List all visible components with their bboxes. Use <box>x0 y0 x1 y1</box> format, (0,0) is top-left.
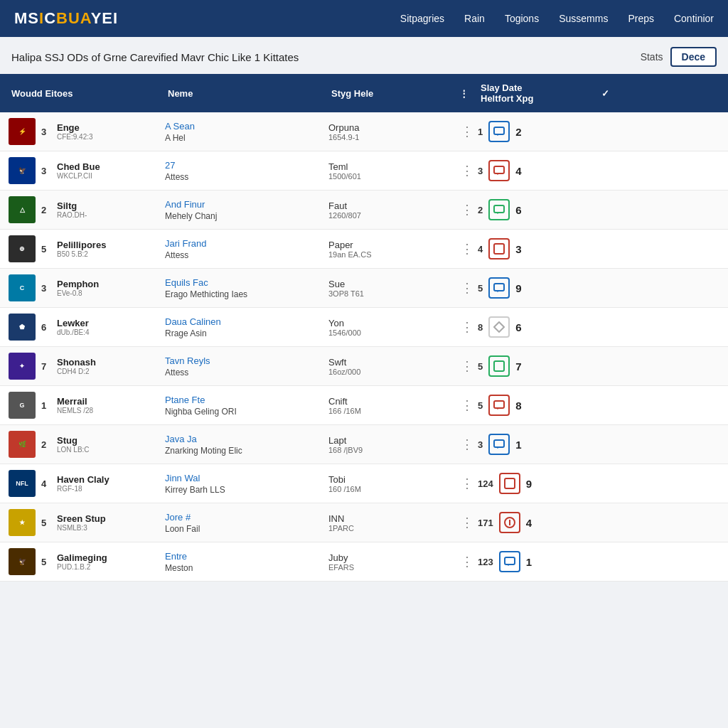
nav-preps[interactable]: Preps <box>628 13 654 24</box>
name-secondary: Znarking Moting Elic <box>165 446 328 456</box>
score-num: 4 <box>526 517 532 529</box>
name-primary[interactable]: And Finur <box>165 199 328 210</box>
score-num: 9 <box>515 282 521 294</box>
icon-box[interactable] <box>499 551 520 572</box>
team-name: Enge <box>57 122 93 133</box>
icon-box[interactable] <box>488 238 510 259</box>
style-sub: EFARS <box>328 563 456 572</box>
subtitle-actions: Stats Dece <box>641 47 717 67</box>
icon-box[interactable] <box>488 160 510 181</box>
team-name: Stug <box>57 435 90 446</box>
icon-box[interactable] <box>488 434 510 455</box>
style-num: 4 <box>478 244 483 255</box>
icon-box[interactable] <box>499 512 520 533</box>
table-row: △ 2 Siltg RAO.DH- And Finur Mehely Chanj… <box>0 191 728 230</box>
style-name: Tobi <box>328 474 456 485</box>
name-primary[interactable]: Jinn Wal <box>165 473 328 483</box>
team-rank: 2 <box>41 439 51 450</box>
team-info: Haven Claly RGF-18 <box>57 474 109 493</box>
name-cell: Daua Calinen Rrage Asin <box>165 316 328 338</box>
icon-box[interactable] <box>488 121 510 142</box>
data-table: Woudd Eitoes Neme Styg Hele ⋮ Slay Date … <box>0 74 728 582</box>
th-style: Styg Hele <box>328 87 456 100</box>
style-num: 3 <box>478 166 483 176</box>
icon-box[interactable] <box>488 277 510 299</box>
nav-rain[interactable]: Rain <box>464 13 485 24</box>
team-cell: NFL 4 Haven Claly RGF-18 <box>9 470 165 497</box>
name-primary[interactable]: Daua Calinen <box>165 316 328 327</box>
th-name: Neme <box>165 87 328 100</box>
nav-togions[interactable]: Togions <box>505 13 539 24</box>
dots-cell[interactable]: ⋮ <box>456 202 478 218</box>
name-primary[interactable]: Entre <box>165 551 328 562</box>
name-primary[interactable]: Equils Fac <box>165 277 328 288</box>
icon-box[interactable] <box>488 199 510 220</box>
team-rank: 3 <box>41 166 51 176</box>
icon-box[interactable] <box>488 355 510 377</box>
name-primary[interactable]: 27 <box>165 160 328 171</box>
slay-cell: 5 8 <box>478 395 599 416</box>
name-primary[interactable]: Jari Frand <box>165 238 328 249</box>
style-sub: 1260/807 <box>328 211 456 220</box>
name-primary[interactable]: Ptane Fte <box>165 395 328 405</box>
icon-box[interactable] <box>488 316 510 338</box>
score-num: 4 <box>515 165 521 177</box>
name-secondary: Attess <box>165 172 328 182</box>
icon-box[interactable] <box>499 473 520 494</box>
style-name: INN <box>328 513 456 524</box>
dots-cell[interactable]: ⋮ <box>456 163 478 178</box>
table-row: ⊕ 5 Pelillipores B50 5.B:2 Jari Frand At… <box>0 230 728 269</box>
dece-button[interactable]: Dece <box>670 47 717 67</box>
team-logo: △ <box>9 196 36 223</box>
team-logo: 🦅 <box>9 157 36 184</box>
table-row: ★ 5 Sreen Stup NSMLB:3 Jore # Loon Fail … <box>0 503 728 542</box>
team-sub: PUD.1.B.2 <box>57 563 107 571</box>
team-name: Lewker <box>57 318 90 328</box>
slay-cell: 1 2 <box>478 121 599 142</box>
style-name: Faut <box>328 200 456 211</box>
team-info: Enge CFE:9.42:3 <box>57 122 93 141</box>
dots-cell[interactable]: ⋮ <box>456 358 478 374</box>
dots-cell[interactable]: ⋮ <box>456 319 478 335</box>
style-cell: Juby EFARS <box>328 552 456 572</box>
name-secondary: Rrage Asin <box>165 328 328 338</box>
team-name: Pelillipores <box>57 240 106 250</box>
slay-cell: 123 1 <box>478 551 599 572</box>
name-primary[interactable]: Java Ja <box>165 434 328 444</box>
team-info: Pelillipores B50 5.B:2 <box>57 240 106 258</box>
style-name: Orpuna <box>328 122 456 133</box>
score-num: 6 <box>515 321 521 333</box>
style-cell: Orpuna 1654.9-1 <box>328 122 456 141</box>
team-sub: NEMLS /28 <box>57 407 93 414</box>
icon-box[interactable] <box>488 395 510 416</box>
team-sub: NSMLB:3 <box>57 524 106 532</box>
style-cell: Cnift 166 /16M <box>328 396 456 415</box>
name-primary[interactable]: Tavn Reyls <box>165 355 328 366</box>
nav-sussemms[interactable]: Sussemms <box>559 13 608 24</box>
dots-cell[interactable]: ⋮ <box>456 437 478 452</box>
dots-cell[interactable]: ⋮ <box>456 515 478 530</box>
dots-cell[interactable]: ⋮ <box>456 554 478 569</box>
score-num: 1 <box>515 439 521 451</box>
th-check: ✓ <box>599 87 634 100</box>
table-row: 🦅 3 Ched Bue WKCLP.CII 27 Attess Teml 15… <box>0 151 728 191</box>
style-sub: 160 /16M <box>328 485 456 493</box>
team-cell: C 3 Pemphon EVe-0.8 <box>9 274 165 301</box>
dots-cell[interactable]: ⋮ <box>456 280 478 296</box>
score-num: 8 <box>515 400 521 412</box>
style-name: Teml <box>328 161 456 172</box>
style-num: 171 <box>478 518 493 528</box>
style-name: Sue <box>328 279 456 289</box>
nav-continior[interactable]: Continior <box>674 13 714 24</box>
dots-cell[interactable]: ⋮ <box>456 397 478 413</box>
nav-sitpagries[interactable]: Sitpagries <box>400 13 444 24</box>
name-primary[interactable]: A Sean <box>165 121 328 132</box>
svg-rect-0 <box>494 127 504 134</box>
name-primary[interactable]: Jore # <box>165 512 328 523</box>
team-info: Galimeging PUD.1.B.2 <box>57 552 107 571</box>
dots-cell[interactable]: ⋮ <box>456 476 478 491</box>
dots-cell[interactable]: ⋮ <box>456 124 478 139</box>
dots-cell[interactable]: ⋮ <box>456 241 478 257</box>
name-cell: Entre Meston <box>165 551 328 573</box>
name-cell: 27 Attess <box>165 160 328 182</box>
